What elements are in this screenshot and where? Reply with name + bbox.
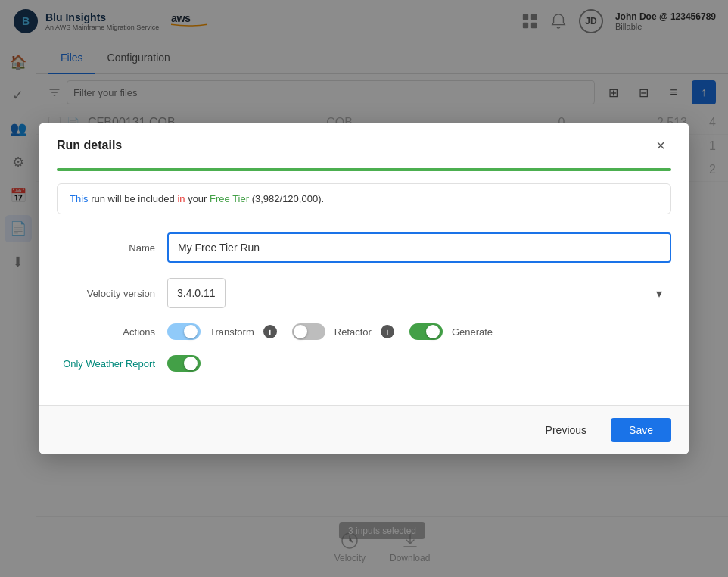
- info-count: (3,982/120,000).: [252, 193, 324, 204]
- actions-controls: Transform i Refactor i Generate: [167, 323, 493, 340]
- velocity-row: Velocity version 3.4.0.11 3.4.0.10 3.4.0…: [57, 278, 671, 308]
- info-text-run: run will be included: [91, 193, 177, 204]
- save-button[interactable]: Save: [611, 418, 671, 442]
- previous-button[interactable]: Previous: [530, 418, 602, 442]
- refactor-label: Refactor: [334, 326, 372, 338]
- weather-toggle[interactable]: [167, 355, 201, 372]
- modal-form: Name Velocity version 3.4.0.11 3.4.0.10 …: [39, 226, 689, 405]
- generate-toggle-thumb: [426, 325, 440, 338]
- progress-bar-container: [57, 168, 671, 171]
- name-label: Name: [57, 242, 155, 254]
- info-box: This run will be included in your Free T…: [57, 183, 671, 214]
- generate-toggle[interactable]: [409, 323, 443, 340]
- refactor-toggle-thumb: [294, 325, 307, 338]
- info-this: This: [70, 193, 89, 204]
- info-in: in: [177, 193, 185, 204]
- velocity-select[interactable]: 3.4.0.11 3.4.0.10 3.4.0.9 3.3.0.0: [167, 278, 226, 308]
- progress-bar-fill: [57, 168, 671, 171]
- info-free-tier: Free Tier: [210, 193, 249, 204]
- transform-toggle-thumb: [184, 325, 198, 338]
- modal-header: Run details ×: [39, 123, 689, 168]
- modal-overlay: Run details × This run will be included …: [0, 0, 728, 577]
- transform-info-icon[interactable]: i: [263, 325, 277, 338]
- name-input[interactable]: [167, 232, 671, 263]
- velocity-label: Velocity version: [57, 288, 155, 299]
- weather-toggle-thumb: [184, 357, 198, 370]
- weather-row: Only Weather Report: [57, 355, 671, 372]
- transform-toggle[interactable]: [167, 323, 201, 340]
- modal-title: Run details: [57, 139, 122, 152]
- modal-footer: Previous Save: [39, 405, 689, 454]
- transform-label: Transform: [210, 326, 254, 338]
- name-row: Name: [57, 232, 671, 263]
- velocity-select-wrapper: 3.4.0.11 3.4.0.10 3.4.0.9 3.3.0.0: [167, 278, 671, 308]
- generate-label: Generate: [452, 326, 493, 338]
- info-text-your: your: [188, 193, 210, 204]
- refactor-info-icon[interactable]: i: [381, 325, 394, 338]
- run-details-modal: Run details × This run will be included …: [39, 123, 689, 454]
- modal-close-button[interactable]: ×: [650, 135, 671, 156]
- refactor-toggle[interactable]: [292, 323, 325, 340]
- weather-label: Only Weather Report: [57, 358, 155, 370]
- actions-label: Actions: [57, 326, 155, 338]
- actions-row: Actions Transform i Refactor i: [57, 323, 671, 340]
